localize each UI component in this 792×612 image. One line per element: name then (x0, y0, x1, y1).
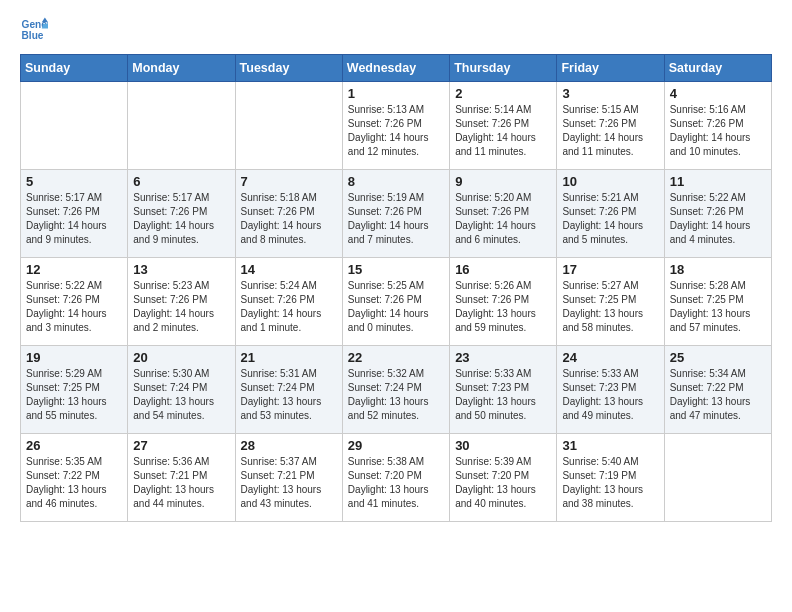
logo: General Blue (20, 16, 52, 44)
calendar-cell: 6Sunrise: 5:17 AM Sunset: 7:26 PM Daylig… (128, 170, 235, 258)
calendar-cell: 14Sunrise: 5:24 AM Sunset: 7:26 PM Dayli… (235, 258, 342, 346)
weekday-header-wednesday: Wednesday (342, 55, 449, 82)
calendar-cell: 5Sunrise: 5:17 AM Sunset: 7:26 PM Daylig… (21, 170, 128, 258)
day-info: Sunrise: 5:31 AM Sunset: 7:24 PM Dayligh… (241, 367, 337, 423)
weekday-header-saturday: Saturday (664, 55, 771, 82)
calendar-cell: 29Sunrise: 5:38 AM Sunset: 7:20 PM Dayli… (342, 434, 449, 522)
day-info: Sunrise: 5:25 AM Sunset: 7:26 PM Dayligh… (348, 279, 444, 335)
week-row-1: 1Sunrise: 5:13 AM Sunset: 7:26 PM Daylig… (21, 82, 772, 170)
day-number: 7 (241, 174, 337, 189)
day-info: Sunrise: 5:16 AM Sunset: 7:26 PM Dayligh… (670, 103, 766, 159)
logo-icon: General Blue (20, 16, 48, 44)
day-info: Sunrise: 5:20 AM Sunset: 7:26 PM Dayligh… (455, 191, 551, 247)
day-info: Sunrise: 5:33 AM Sunset: 7:23 PM Dayligh… (455, 367, 551, 423)
day-info: Sunrise: 5:29 AM Sunset: 7:25 PM Dayligh… (26, 367, 122, 423)
calendar-cell: 26Sunrise: 5:35 AM Sunset: 7:22 PM Dayli… (21, 434, 128, 522)
day-number: 17 (562, 262, 658, 277)
calendar-cell (664, 434, 771, 522)
day-info: Sunrise: 5:34 AM Sunset: 7:22 PM Dayligh… (670, 367, 766, 423)
day-info: Sunrise: 5:32 AM Sunset: 7:24 PM Dayligh… (348, 367, 444, 423)
day-number: 28 (241, 438, 337, 453)
day-info: Sunrise: 5:14 AM Sunset: 7:26 PM Dayligh… (455, 103, 551, 159)
day-number: 30 (455, 438, 551, 453)
day-number: 11 (670, 174, 766, 189)
day-info: Sunrise: 5:39 AM Sunset: 7:20 PM Dayligh… (455, 455, 551, 511)
day-info: Sunrise: 5:28 AM Sunset: 7:25 PM Dayligh… (670, 279, 766, 335)
page: General Blue SundayMondayTuesdayWednesda… (0, 0, 792, 534)
calendar-cell: 3Sunrise: 5:15 AM Sunset: 7:26 PM Daylig… (557, 82, 664, 170)
calendar-cell: 16Sunrise: 5:26 AM Sunset: 7:26 PM Dayli… (450, 258, 557, 346)
day-info: Sunrise: 5:33 AM Sunset: 7:23 PM Dayligh… (562, 367, 658, 423)
calendar-cell (235, 82, 342, 170)
calendar-cell: 31Sunrise: 5:40 AM Sunset: 7:19 PM Dayli… (557, 434, 664, 522)
calendar-cell: 18Sunrise: 5:28 AM Sunset: 7:25 PM Dayli… (664, 258, 771, 346)
calendar-cell: 11Sunrise: 5:22 AM Sunset: 7:26 PM Dayli… (664, 170, 771, 258)
day-number: 19 (26, 350, 122, 365)
calendar-cell: 13Sunrise: 5:23 AM Sunset: 7:26 PM Dayli… (128, 258, 235, 346)
day-number: 5 (26, 174, 122, 189)
week-row-3: 12Sunrise: 5:22 AM Sunset: 7:26 PM Dayli… (21, 258, 772, 346)
calendar-cell: 25Sunrise: 5:34 AM Sunset: 7:22 PM Dayli… (664, 346, 771, 434)
day-number: 12 (26, 262, 122, 277)
day-number: 10 (562, 174, 658, 189)
calendar-cell: 15Sunrise: 5:25 AM Sunset: 7:26 PM Dayli… (342, 258, 449, 346)
day-number: 2 (455, 86, 551, 101)
calendar-cell: 24Sunrise: 5:33 AM Sunset: 7:23 PM Dayli… (557, 346, 664, 434)
day-number: 29 (348, 438, 444, 453)
svg-text:Blue: Blue (22, 30, 44, 41)
day-number: 31 (562, 438, 658, 453)
calendar-cell: 21Sunrise: 5:31 AM Sunset: 7:24 PM Dayli… (235, 346, 342, 434)
day-number: 6 (133, 174, 229, 189)
calendar-cell (21, 82, 128, 170)
day-info: Sunrise: 5:40 AM Sunset: 7:19 PM Dayligh… (562, 455, 658, 511)
calendar-cell: 2Sunrise: 5:14 AM Sunset: 7:26 PM Daylig… (450, 82, 557, 170)
calendar-cell (128, 82, 235, 170)
day-info: Sunrise: 5:27 AM Sunset: 7:25 PM Dayligh… (562, 279, 658, 335)
week-row-5: 26Sunrise: 5:35 AM Sunset: 7:22 PM Dayli… (21, 434, 772, 522)
weekday-header-friday: Friday (557, 55, 664, 82)
day-info: Sunrise: 5:22 AM Sunset: 7:26 PM Dayligh… (670, 191, 766, 247)
day-info: Sunrise: 5:17 AM Sunset: 7:26 PM Dayligh… (133, 191, 229, 247)
day-number: 18 (670, 262, 766, 277)
day-info: Sunrise: 5:13 AM Sunset: 7:26 PM Dayligh… (348, 103, 444, 159)
day-number: 25 (670, 350, 766, 365)
calendar-cell: 27Sunrise: 5:36 AM Sunset: 7:21 PM Dayli… (128, 434, 235, 522)
day-info: Sunrise: 5:36 AM Sunset: 7:21 PM Dayligh… (133, 455, 229, 511)
day-number: 1 (348, 86, 444, 101)
day-number: 20 (133, 350, 229, 365)
day-number: 3 (562, 86, 658, 101)
calendar-cell: 9Sunrise: 5:20 AM Sunset: 7:26 PM Daylig… (450, 170, 557, 258)
calendar-cell: 7Sunrise: 5:18 AM Sunset: 7:26 PM Daylig… (235, 170, 342, 258)
calendar-cell: 19Sunrise: 5:29 AM Sunset: 7:25 PM Dayli… (21, 346, 128, 434)
calendar-cell: 1Sunrise: 5:13 AM Sunset: 7:26 PM Daylig… (342, 82, 449, 170)
day-info: Sunrise: 5:22 AM Sunset: 7:26 PM Dayligh… (26, 279, 122, 335)
day-number: 14 (241, 262, 337, 277)
calendar-cell: 17Sunrise: 5:27 AM Sunset: 7:25 PM Dayli… (557, 258, 664, 346)
day-number: 24 (562, 350, 658, 365)
day-info: Sunrise: 5:38 AM Sunset: 7:20 PM Dayligh… (348, 455, 444, 511)
calendar-cell: 28Sunrise: 5:37 AM Sunset: 7:21 PM Dayli… (235, 434, 342, 522)
day-info: Sunrise: 5:35 AM Sunset: 7:22 PM Dayligh… (26, 455, 122, 511)
week-row-4: 19Sunrise: 5:29 AM Sunset: 7:25 PM Dayli… (21, 346, 772, 434)
day-info: Sunrise: 5:23 AM Sunset: 7:26 PM Dayligh… (133, 279, 229, 335)
weekday-header-monday: Monday (128, 55, 235, 82)
day-info: Sunrise: 5:21 AM Sunset: 7:26 PM Dayligh… (562, 191, 658, 247)
calendar-cell: 10Sunrise: 5:21 AM Sunset: 7:26 PM Dayli… (557, 170, 664, 258)
calendar-cell: 4Sunrise: 5:16 AM Sunset: 7:26 PM Daylig… (664, 82, 771, 170)
calendar-cell: 12Sunrise: 5:22 AM Sunset: 7:26 PM Dayli… (21, 258, 128, 346)
day-number: 23 (455, 350, 551, 365)
day-number: 9 (455, 174, 551, 189)
weekday-header-row: SundayMondayTuesdayWednesdayThursdayFrid… (21, 55, 772, 82)
weekday-header-sunday: Sunday (21, 55, 128, 82)
day-number: 8 (348, 174, 444, 189)
weekday-header-tuesday: Tuesday (235, 55, 342, 82)
day-number: 21 (241, 350, 337, 365)
calendar-cell: 20Sunrise: 5:30 AM Sunset: 7:24 PM Dayli… (128, 346, 235, 434)
day-info: Sunrise: 5:17 AM Sunset: 7:26 PM Dayligh… (26, 191, 122, 247)
day-info: Sunrise: 5:26 AM Sunset: 7:26 PM Dayligh… (455, 279, 551, 335)
day-number: 27 (133, 438, 229, 453)
weekday-header-thursday: Thursday (450, 55, 557, 82)
day-info: Sunrise: 5:30 AM Sunset: 7:24 PM Dayligh… (133, 367, 229, 423)
calendar-cell: 22Sunrise: 5:32 AM Sunset: 7:24 PM Dayli… (342, 346, 449, 434)
day-number: 13 (133, 262, 229, 277)
